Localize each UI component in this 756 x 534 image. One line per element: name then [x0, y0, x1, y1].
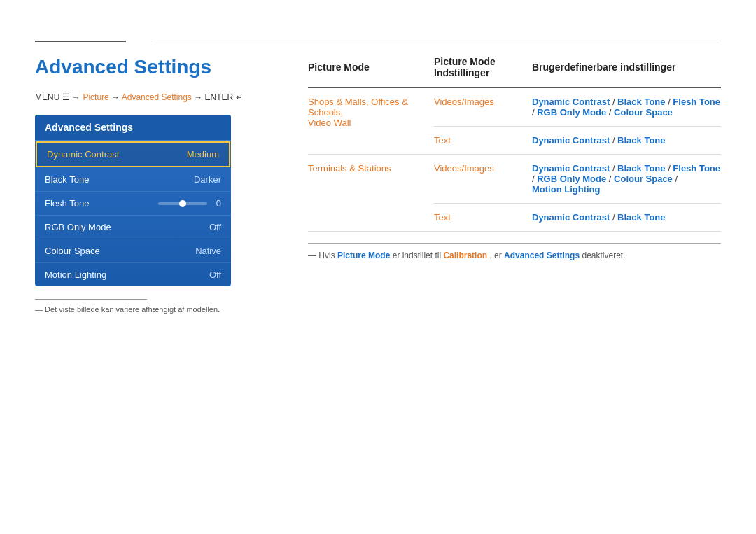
menu-item-value-black-tone: Darker	[194, 174, 221, 185]
settings-dynamic-contrast-1: Dynamic Contrast	[532, 97, 610, 107]
sep4: /	[609, 107, 614, 118]
breadcrumb-menu-icon: ☰	[62, 92, 72, 102]
menu-item-dynamic-contrast[interactable]: Dynamic Contrast Medium	[36, 141, 230, 167]
settings-rgb-1: RGB Only Mode	[537, 107, 606, 118]
page-title: Advanced Settings	[35, 56, 287, 78]
menu-item-rgb-only-mode[interactable]: RGB Only Mode Off	[35, 216, 231, 239]
bottom-note-middle: er indstillet til	[393, 251, 444, 260]
menu-item-black-tone[interactable]: Black Tone Darker	[35, 168, 231, 192]
breadcrumb-arrow2: →	[111, 92, 122, 102]
terminals-text: Terminals & Stations	[308, 163, 391, 174]
cell-settings-text-1: Dynamic Contrast / Black Tone	[532, 127, 721, 155]
breadcrumb: MENU ☰ → Picture → Advanced Settings → E…	[35, 92, 287, 102]
settings-bt-text-1: Black Tone	[617, 135, 665, 146]
settings-colour-space-1: Colour Space	[614, 107, 673, 118]
bottom-note-picture-mode: Picture Mode	[337, 251, 390, 260]
menu-item-value-colour-space: Native	[195, 246, 221, 256]
text-label-2: Text	[434, 212, 451, 223]
settings-black-tone-2: Black Tone	[617, 163, 665, 174]
cell-videos-images-2: Videos/Images	[434, 155, 532, 204]
bottom-note-calibration: Calibration	[443, 251, 487, 260]
menu-item-label-motion-lighting: Motion Lighting	[45, 269, 106, 280]
settings-dynamic-contrast-2: Dynamic Contrast	[532, 163, 610, 174]
breadcrumb-arrow3: →	[194, 92, 204, 102]
settings-motion-lighting-2: Motion Lighting	[532, 184, 600, 195]
cell-text-1: Text	[434, 127, 532, 155]
settings-flesh-tone-2: Flesh Tone	[673, 163, 720, 174]
cell-settings-text-2: Dynamic Contrast / Black Tone	[532, 204, 721, 232]
menu-item-value-motion-lighting: Off	[209, 269, 221, 280]
slider-value: 0	[211, 198, 221, 209]
settings-bt-text-2: Black Tone	[617, 212, 665, 223]
menu-item-value-rgb-only-mode: Off	[209, 222, 221, 232]
cell-text-2: Text	[434, 204, 532, 232]
settings-colour-space-2: Colour Space	[614, 174, 673, 184]
menu-item-label-rgb-only-mode: RGB Only Mode	[45, 222, 111, 232]
table-row: Terminals & Stations Videos/Images Dynam…	[308, 155, 721, 204]
right-section: Picture Mode Picture ModeIndstillinger B…	[308, 56, 721, 260]
menu-item-label-colour-space: Colour Space	[45, 246, 100, 256]
breadcrumb-arrow1: →	[72, 92, 83, 102]
sep9: /	[609, 174, 614, 184]
menu-item-value-dynamic-contrast: Medium	[187, 149, 219, 160]
menu-item-colour-space[interactable]: Colour Space Native	[35, 239, 231, 263]
sep10: /	[675, 174, 678, 184]
settings-dc-text-1: Dynamic Contrast	[532, 135, 610, 146]
text-label-1: Text	[434, 135, 451, 146]
bottom-note-advanced: Advanced Settings	[504, 251, 580, 260]
menu-box: Advanced Settings Dynamic Contrast Mediu…	[35, 115, 231, 286]
menu-item-label-black-tone: Black Tone	[45, 174, 89, 185]
videos-images-label-1: Videos/Images	[434, 97, 494, 107]
col-header-indstillinger: Picture ModeIndstillinger	[434, 56, 532, 87]
flesh-tone-slider[interactable]: 0	[158, 198, 221, 209]
settings-rgb-2: RGB Only Mode	[537, 174, 606, 184]
cell-settings-1: Dynamic Contrast / Black Tone / Flesh To…	[532, 87, 721, 127]
col-header-bruger: Brugerdefinerbare indstillinger	[532, 56, 721, 87]
bottom-note: ― Hvis Picture Mode er indstillet til Ca…	[308, 243, 721, 260]
top-divider-left	[35, 41, 126, 42]
slider-track	[158, 202, 207, 205]
settings-black-tone-1: Black Tone	[617, 97, 665, 107]
cell-shops-malls: Shops & Malls, Offices & Schools,Video W…	[308, 87, 434, 155]
info-table: Picture Mode Picture ModeIndstillinger B…	[308, 56, 721, 232]
table-row: Shops & Malls, Offices & Schools,Video W…	[308, 87, 721, 127]
breadcrumb-enter: ENTER	[205, 92, 234, 102]
cell-terminals: Terminals & Stations	[308, 155, 434, 232]
menu-item-label-dynamic-contrast: Dynamic Contrast	[47, 149, 119, 160]
settings-dc-text-2: Dynamic Contrast	[532, 212, 610, 223]
settings-flesh-tone-1: Flesh Tone	[673, 97, 720, 107]
videos-images-label-2: Videos/Images	[434, 163, 494, 174]
bottom-note-middle2: , er	[489, 251, 504, 260]
cell-videos-images-1: Videos/Images	[434, 87, 532, 127]
bottom-note-prefix: ― Hvis	[308, 251, 337, 260]
left-section: Advanced Settings MENU ☰ → Picture → Adv…	[35, 56, 287, 314]
breadcrumb-advanced-settings: Advanced Settings	[122, 92, 192, 102]
bottom-note-suffix: deaktiveret.	[582, 251, 625, 260]
menu-box-title: Advanced Settings	[35, 115, 231, 141]
shops-malls-text: Shops & Malls, Offices & Schools,Video W…	[308, 97, 408, 128]
footnote: ― Det viste billede kan variere afhængig…	[35, 305, 287, 314]
top-divider-right	[154, 41, 721, 41]
breadcrumb-enter-icon: ↵	[236, 92, 243, 102]
footnote-divider	[35, 299, 147, 300]
slider-thumb	[179, 200, 186, 207]
cell-settings-2: Dynamic Contrast / Black Tone / Flesh To…	[532, 155, 721, 204]
col-header-picture-mode: Picture Mode	[308, 56, 434, 87]
menu-item-flesh-tone[interactable]: Flesh Tone 0	[35, 192, 231, 216]
breadcrumb-picture: Picture	[83, 92, 108, 102]
breadcrumb-menu: MENU	[35, 92, 59, 102]
menu-item-motion-lighting[interactable]: Motion Lighting Off	[35, 263, 231, 286]
menu-item-label-flesh-tone: Flesh Tone	[45, 198, 89, 209]
